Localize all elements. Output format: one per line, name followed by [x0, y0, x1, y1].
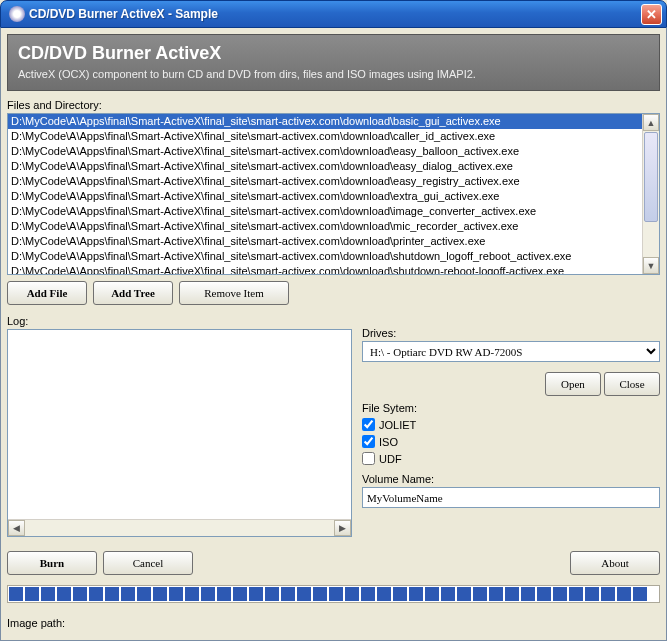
header-panel: CD/DVD Burner ActiveX ActiveX (OCX) comp… — [7, 34, 660, 91]
scroll-up-icon[interactable]: ▲ — [643, 114, 659, 131]
file-list-item[interactable]: D:\MyCode\A\Apps\final\Smart-ActiveX\fin… — [8, 234, 642, 249]
file-list-item[interactable]: D:\MyCode\A\Apps\final\Smart-ActiveX\fin… — [8, 219, 642, 234]
progress-segment — [441, 587, 455, 601]
progress-segment — [425, 587, 439, 601]
file-list-item[interactable]: D:\MyCode\A\Apps\final\Smart-ActiveX\fin… — [8, 204, 642, 219]
files-scrollbar[interactable]: ▲ ▼ — [642, 114, 659, 274]
progress-segment — [553, 587, 567, 601]
progress-segment — [521, 587, 535, 601]
remove-item-button[interactable]: Remove Item — [179, 281, 289, 305]
titlebar[interactable]: CD/DVD Burner ActiveX - Sample ✕ — [0, 0, 667, 28]
log-label: Log: — [7, 315, 352, 327]
progress-segment — [217, 587, 231, 601]
file-list-item[interactable]: D:\MyCode\A\Apps\final\Smart-ActiveX\fin… — [8, 189, 642, 204]
files-directory-label: Files and Directory: — [7, 99, 660, 111]
iso-label: ISO — [379, 436, 398, 448]
cancel-button[interactable]: Cancel — [103, 551, 193, 575]
drives-select[interactable]: H:\ - Optiarc DVD RW AD-7200S — [362, 341, 660, 362]
progress-segment — [169, 587, 183, 601]
progress-segment — [265, 587, 279, 601]
iso-checkbox[interactable] — [362, 435, 375, 448]
joliet-checkbox[interactable] — [362, 418, 375, 431]
progress-segment — [105, 587, 119, 601]
app-icon — [9, 6, 25, 22]
file-list-item[interactable]: D:\MyCode\A\Apps\final\Smart-ActiveX\fin… — [8, 144, 642, 159]
filesystem-label: File Sytem: — [362, 402, 660, 414]
progress-segment — [73, 587, 87, 601]
drives-label: Drives: — [362, 327, 660, 339]
header-subtitle: ActiveX (OCX) component to burn CD and D… — [18, 68, 649, 80]
progress-segment — [9, 587, 23, 601]
progress-segment — [249, 587, 263, 601]
progress-segment — [313, 587, 327, 601]
window-body: CD/DVD Burner ActiveX ActiveX (OCX) comp… — [0, 28, 667, 641]
progress-segment — [377, 587, 391, 601]
progress-segment — [185, 587, 199, 601]
burn-button[interactable]: Burn — [7, 551, 97, 575]
progress-segment — [633, 587, 647, 601]
image-path-label: Image path: — [7, 617, 65, 629]
progress-segment — [57, 587, 71, 601]
scroll-thumb[interactable] — [644, 132, 658, 222]
progress-segment — [473, 587, 487, 601]
file-list-item[interactable]: D:\MyCode\A\Apps\final\Smart-ActiveX\fin… — [8, 114, 642, 129]
progress-segment — [89, 587, 103, 601]
progress-segment — [601, 587, 615, 601]
file-list-item[interactable]: D:\MyCode\A\Apps\final\Smart-ActiveX\fin… — [8, 264, 642, 274]
window-title: CD/DVD Burner ActiveX - Sample — [29, 7, 641, 21]
progress-segment — [585, 587, 599, 601]
progress-bar — [7, 585, 660, 603]
progress-segment — [41, 587, 55, 601]
files-listbox[interactable]: D:\MyCode\A\Apps\final\Smart-ActiveX\fin… — [7, 113, 660, 275]
progress-segment — [25, 587, 39, 601]
progress-segment — [281, 587, 295, 601]
scroll-left-icon[interactable]: ◀ — [8, 520, 25, 536]
file-list-item[interactable]: D:\MyCode\A\Apps\final\Smart-ActiveX\fin… — [8, 129, 642, 144]
progress-segment — [153, 587, 167, 601]
file-list-item[interactable]: D:\MyCode\A\Apps\final\Smart-ActiveX\fin… — [8, 159, 642, 174]
progress-segment — [505, 587, 519, 601]
progress-segment — [233, 587, 247, 601]
progress-segment — [361, 587, 375, 601]
open-button[interactable]: Open — [545, 372, 601, 396]
progress-segment — [489, 587, 503, 601]
log-h-scrollbar[interactable]: ◀ ▶ — [8, 519, 351, 536]
progress-segment — [409, 587, 423, 601]
header-title: CD/DVD Burner ActiveX — [18, 43, 649, 64]
log-listbox[interactable]: ◀ ▶ — [7, 329, 352, 537]
progress-segment — [329, 587, 343, 601]
volume-name-input[interactable] — [362, 487, 660, 508]
about-button[interactable]: About — [570, 551, 660, 575]
udf-checkbox[interactable] — [362, 452, 375, 465]
progress-segment — [393, 587, 407, 601]
add-file-button[interactable]: Add File — [7, 281, 87, 305]
udf-label: UDF — [379, 453, 402, 465]
progress-segment — [297, 587, 311, 601]
file-list-item[interactable]: D:\MyCode\A\Apps\final\Smart-ActiveX\fin… — [8, 249, 642, 264]
progress-segment — [201, 587, 215, 601]
volume-name-label: Volume Name: — [362, 473, 660, 485]
progress-segment — [617, 587, 631, 601]
progress-segment — [121, 587, 135, 601]
progress-segment — [537, 587, 551, 601]
progress-segment — [569, 587, 583, 601]
progress-segment — [457, 587, 471, 601]
progress-segment — [137, 587, 151, 601]
close-icon[interactable]: ✕ — [641, 4, 662, 25]
add-tree-button[interactable]: Add Tree — [93, 281, 173, 305]
close-button[interactable]: Close — [604, 372, 660, 396]
scroll-down-icon[interactable]: ▼ — [643, 257, 659, 274]
scroll-right-icon[interactable]: ▶ — [334, 520, 351, 536]
joliet-label: JOLIET — [379, 419, 416, 431]
progress-segment — [345, 587, 359, 601]
file-list-item[interactable]: D:\MyCode\A\Apps\final\Smart-ActiveX\fin… — [8, 174, 642, 189]
